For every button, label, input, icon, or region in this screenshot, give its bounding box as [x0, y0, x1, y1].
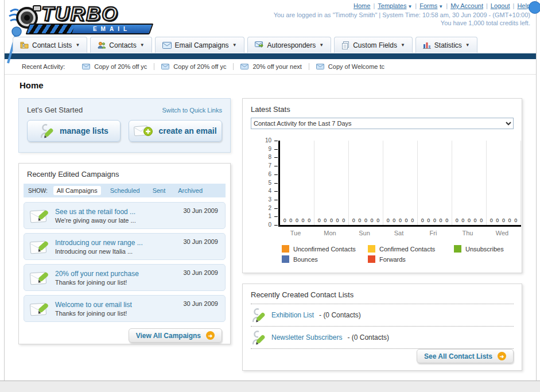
data-value-label: 0: [496, 218, 499, 223]
data-value-label: 0: [514, 218, 517, 223]
data-value-labels: 00000: [383, 218, 417, 223]
campaign-row[interactable]: See us at the retail food ...We're givin…: [24, 202, 226, 229]
campaign-row[interactable]: Welcome to our email listThanks for join…: [24, 295, 226, 322]
top-nav-link-home[interactable]: Home: [353, 2, 370, 9]
top-nav-link-templates[interactable]: Templates: [378, 2, 406, 9]
big-button-label: create an email: [158, 126, 216, 135]
switch-quick-links-link[interactable]: Switch to Quick Links: [162, 107, 222, 114]
legend-swatch: [282, 255, 289, 263]
y-tick-mark: [274, 141, 278, 141]
data-value-label: 0: [508, 218, 511, 223]
main-nav-tabs: Contact Lists▼Contacts▼Email Campaigns▼A…: [5, 37, 536, 53]
campaign-date: 30 Jun 2009: [183, 300, 218, 307]
campaign-subtitle: Thanks for joining our list!: [55, 310, 132, 317]
legend-label: Unconfirmed Contacts: [293, 246, 356, 253]
tab-contact-lists[interactable]: Contact Lists▼: [13, 37, 87, 53]
campaign-texts: See us at the retail food ...We're givin…: [55, 208, 136, 224]
help-bubble-icon[interactable]: [529, 1, 540, 14]
autoresponders-icon: [255, 41, 264, 49]
filter-sent[interactable]: Sent: [149, 186, 169, 195]
data-value-label: 0: [376, 218, 379, 223]
legend-swatch: [368, 255, 375, 263]
x-tick-label: Mon: [313, 230, 347, 236]
top-nav-link-my-account[interactable]: My Account: [450, 2, 483, 9]
data-value-label: 0: [456, 218, 459, 223]
tab-email-campaigns[interactable]: Email Campaigns▼: [155, 37, 244, 53]
campaign-title-link[interactable]: See us at the retail food ...: [55, 208, 136, 216]
chevron-down-icon: ▼: [75, 42, 80, 48]
envelope-edit-icon: [30, 270, 50, 286]
data-value-labels: 00000: [487, 218, 520, 223]
campaign-title-link[interactable]: Welcome to our email list: [55, 301, 132, 309]
stats-period-select[interactable]: Contact Activity for the Last 7 Days: [251, 118, 514, 129]
recent-activity-link[interactable]: Copy of 20% off yc: [154, 63, 233, 70]
contact-list-detail: - (0 Contacts): [347, 333, 389, 341]
filter-archived[interactable]: Archived: [174, 186, 206, 195]
campaign-title-link[interactable]: Introducing our new range ...: [55, 239, 143, 247]
left-column: Let's Get Started Switch to Quick Links …: [18, 98, 231, 371]
chevron-down-icon: ▼: [401, 42, 405, 48]
campaign-row[interactable]: Introducing our new range ...Introducing…: [24, 233, 226, 260]
arrow-right-icon: ➜: [206, 331, 215, 340]
see-all-contact-lists-button[interactable]: See All Contact Lists ➜: [417, 349, 514, 363]
legend-item: Unsubscribes: [454, 245, 522, 253]
campaign-subtitle: Introducing our new Italia ...: [55, 248, 143, 255]
view-all-campaigns-label: View All Campaigns: [136, 332, 201, 340]
data-value-label: 0: [411, 218, 414, 223]
right-column: Latest Stats Contact Activity for the La…: [242, 98, 522, 371]
y-tick-mark: [274, 149, 278, 150]
top-nav-link-logout[interactable]: Logout: [491, 2, 510, 9]
top-nav-link-forms[interactable]: Forms: [419, 2, 437, 9]
chevron-down-icon: ▼: [140, 42, 145, 48]
data-value-label: 0: [324, 218, 327, 223]
y-tick-mark: [274, 157, 278, 158]
campaign-title-link[interactable]: 20% off your next purchase: [55, 270, 139, 278]
filter-scheduled[interactable]: Scheduled: [107, 186, 143, 195]
recent-activity-link[interactable]: Copy of 20% off yc: [75, 63, 154, 70]
data-value-label: 0: [387, 218, 390, 223]
data-value-label: 0: [421, 218, 424, 223]
create-an-email-button[interactable]: create an email: [129, 120, 222, 142]
campaign-row[interactable]: 20% off your next purchaseThanks for joi…: [24, 264, 226, 291]
recent-activity-link[interactable]: 20% off your next: [233, 63, 308, 70]
contact-lists: Exhibition List - (0 Contacts)Newsletter…: [243, 304, 522, 349]
filter-all-campaigns[interactable]: All Campaigns: [53, 186, 101, 195]
legend-swatch: [282, 245, 289, 253]
envelope-edit-icon: [30, 239, 50, 255]
y-tick-label: 9: [243, 146, 271, 152]
contact-list-row[interactable]: Newsletter Subscribers - (0 Contacts): [251, 327, 514, 349]
contact-list-detail: - (0 Contacts): [319, 311, 361, 319]
campaign-date: 30 Jun 2009: [183, 207, 218, 214]
contact-list-row[interactable]: Exhibition List - (0 Contacts): [251, 304, 514, 327]
manage-lists-button[interactable]: manage lists: [27, 120, 121, 142]
x-tick-label: Sat: [382, 230, 416, 236]
recent-activity-link[interactable]: Copy of Welcome tc: [309, 63, 391, 70]
envelope-edit-icon: [30, 301, 50, 317]
tab-autoresponders[interactable]: Autoresponders▼: [247, 37, 332, 53]
campaign-date: 30 Jun 2009: [183, 238, 218, 245]
recent-activity-link-label: Copy of 20% off yc: [173, 63, 226, 70]
see-all-contact-lists-label: See All Contact Lists: [424, 352, 492, 360]
recent-activity-link-label: Copy of 20% off yc: [94, 63, 147, 70]
x-tick-label: Tue: [278, 230, 313, 236]
contact-list-link[interactable]: Newsletter Subscribers: [271, 333, 342, 341]
view-all-campaigns-button[interactable]: View All Campaigns ➜: [129, 328, 222, 343]
logo-subtitle: EMAIL: [73, 26, 150, 32]
activity-envelope-icon: [161, 64, 169, 69]
tab-contacts[interactable]: Contacts▼: [90, 37, 151, 53]
data-value-label: 0: [490, 218, 493, 223]
page-title: Home: [20, 80, 536, 90]
chevron-down-icon: ▼: [232, 42, 237, 48]
tab-statistics[interactable]: Statistics▼: [415, 37, 477, 53]
tab-custom-fields[interactable]: Custom Fields▼: [334, 37, 413, 53]
contact-list-link[interactable]: Exhibition List: [271, 311, 314, 319]
y-tick-mark: [274, 200, 278, 200]
x-tick-label: Fri: [416, 230, 450, 236]
contact-lists-footer: See All Contact Lists ➜: [417, 349, 514, 363]
person-edit-icon: [39, 123, 55, 139]
campaign-texts: Introducing our new range ...Introducing…: [55, 239, 143, 255]
arrow-right-icon: ➜: [498, 352, 506, 360]
data-value-labels: 00000: [349, 218, 383, 223]
x-tick-label: Sun: [347, 230, 382, 236]
logo-stripes: [27, 25, 75, 33]
